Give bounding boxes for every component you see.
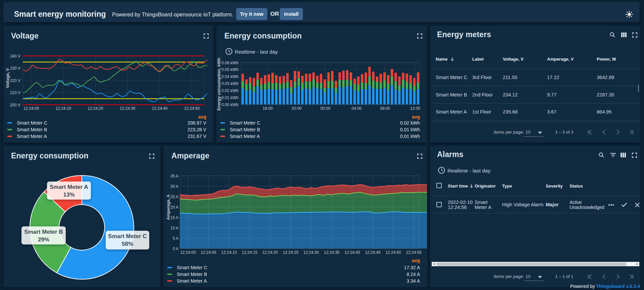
svg-text:12:24:25: 12:24:25	[283, 250, 299, 255]
svg-text:12:24:45: 12:24:45	[365, 250, 381, 255]
svg-text:12:24:20: 12:24:20	[262, 250, 278, 255]
svg-text:15 A: 15 A	[170, 215, 178, 220]
svg-text:12:24:15: 12:24:15	[242, 250, 258, 255]
svg-text:12:24:50: 12:24:50	[385, 250, 401, 255]
svg-text:12:24:20: 12:24:20	[88, 106, 103, 111]
svg-text:12:24:00: 12:24:00	[180, 250, 196, 255]
svg-text:12:24:30: 12:24:30	[303, 250, 319, 255]
svg-text:20:00: 20:00	[291, 106, 302, 111]
svg-text:12:24:35: 12:24:35	[324, 250, 340, 255]
svg-text:12:00: 12:00	[410, 106, 420, 111]
svg-text:12:24:50: 12:24:50	[184, 106, 200, 111]
svg-text:0.03 kWh: 0.03 kWh	[221, 81, 238, 86]
svg-text:0.02 kWh: 0.02 kWh	[221, 88, 238, 93]
svg-text:12:24:00: 12:24:00	[23, 106, 39, 111]
svg-text:08:00: 08:00	[380, 106, 390, 111]
svg-text:12:24:10: 12:24:10	[55, 106, 71, 111]
svg-text:5 A: 5 A	[173, 236, 178, 241]
svg-text:12:24:05: 12:24:05	[201, 250, 216, 255]
svg-text:210 V: 210 V	[10, 90, 20, 95]
svg-text:16:00: 16:00	[263, 106, 273, 111]
svg-text:0.00 kWh: 0.00 kWh	[221, 102, 238, 107]
svg-text:10 A: 10 A	[170, 226, 178, 230]
svg-text:30 A: 30 A	[170, 184, 178, 189]
svg-text:200 V: 200 V	[10, 103, 20, 107]
svg-text:35 A: 35 A	[170, 174, 178, 178]
svg-text:0.04 kWh: 0.04 kWh	[221, 74, 238, 79]
svg-text:12:24:55: 12:24:55	[406, 250, 422, 255]
svg-text:0 A: 0 A	[173, 246, 178, 251]
svg-text:20 A: 20 A	[170, 205, 178, 210]
svg-text:0.06 kWh: 0.06 kWh	[221, 61, 238, 65]
svg-text:230 V: 230 V	[10, 66, 20, 71]
svg-text:12:24:40: 12:24:40	[344, 250, 360, 255]
svg-text:12:24:10: 12:24:10	[221, 250, 237, 255]
svg-text:240 V: 240 V	[10, 54, 20, 59]
svg-text:0.01 kWh: 0.01 kWh	[221, 95, 238, 100]
svg-text:00:00: 00:00	[320, 106, 330, 111]
svg-text:0.05 kWh: 0.05 kWh	[221, 67, 238, 72]
svg-text:12:24:30: 12:24:30	[120, 106, 136, 111]
svg-text:220 V: 220 V	[10, 78, 20, 83]
svg-text:25 A: 25 A	[170, 195, 178, 199]
svg-text:12:24:40: 12:24:40	[152, 106, 168, 111]
svg-text:04:00: 04:00	[352, 106, 362, 111]
